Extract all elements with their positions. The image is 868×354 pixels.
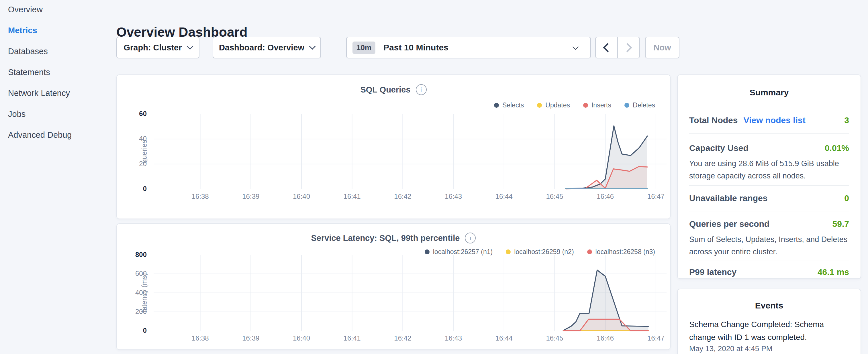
y-axis-tick: 800	[119, 251, 147, 259]
p99-latency-label: P99 latency	[689, 267, 737, 277]
divider	[689, 133, 849, 134]
chart-title-row: Service Latency: SQL, 99th percentile	[117, 232, 670, 244]
dashboard-label: Dashboard: Overview	[219, 43, 304, 53]
sidebar-item-statements[interactable]: Statements	[8, 66, 105, 78]
chart-legend: SelectsUpdatesInsertsDeletes	[494, 101, 655, 109]
y-axis-tick: 200	[119, 308, 147, 316]
chart-title-row: SQL Queries	[117, 84, 670, 95]
chevron-down-icon	[187, 43, 193, 50]
x-axis-tick: 16:43	[436, 334, 470, 342]
graph-scope-dropdown[interactable]: Graph: Cluster	[116, 37, 199, 58]
y-axis-tick: 20	[119, 160, 147, 168]
x-axis-tick: 16:43	[436, 192, 470, 200]
info-icon[interactable]	[465, 232, 476, 244]
events-title: Events	[678, 301, 861, 311]
x-axis-tick: 16:46	[588, 334, 622, 342]
x-axis-tick: 16:45	[537, 192, 572, 200]
chart-plot-area[interactable]	[154, 255, 666, 331]
dashboard-dropdown[interactable]: Dashboard: Overview	[213, 37, 321, 58]
time-range-label: Past 10 Minutes	[383, 43, 448, 53]
x-axis-tick: 16:41	[335, 334, 369, 342]
chart-title: Service Latency: SQL, 99th percentile	[311, 233, 460, 243]
chart-plot-area[interactable]	[154, 114, 666, 189]
chart-canvas	[154, 114, 666, 189]
divider	[689, 211, 849, 212]
p99-latency-value: 46.1 ms	[817, 267, 849, 277]
legend-item[interactable]: localhost:26259 (n2)	[506, 248, 574, 256]
legend-item[interactable]: Deletes	[624, 101, 655, 109]
legend-swatch-icon	[587, 250, 592, 254]
legend-item[interactable]: Updates	[537, 101, 570, 109]
chevron-down-icon	[309, 43, 316, 50]
x-axis-tick: 16:38	[183, 192, 217, 200]
legend-label: localhost:26257 (n1)	[433, 248, 493, 256]
y-axis-tick: 40	[119, 135, 147, 142]
legend-item[interactable]: Inserts	[583, 101, 611, 109]
info-icon[interactable]	[416, 84, 427, 95]
x-axis-tick: 16:45	[537, 334, 572, 342]
summary-row-unavailable-ranges: Unavailable ranges 0	[689, 192, 849, 204]
chart-canvas	[154, 255, 666, 331]
legend-item[interactable]: Selects	[494, 101, 524, 109]
qps-label: Queries per second	[689, 219, 769, 229]
summary-panel: Summary Total Nodes View nodes list 3 Ca…	[677, 74, 861, 279]
y-axis-tick: 600	[119, 269, 147, 278]
divider	[689, 185, 849, 186]
total-nodes-value: 3	[844, 116, 849, 125]
graph-scope-label: Graph: Cluster	[124, 43, 182, 53]
toolbar-divider	[335, 37, 335, 58]
legend-swatch-icon	[583, 103, 588, 108]
chevron-right-icon	[623, 43, 632, 53]
x-axis-tick: 16:38	[183, 334, 217, 342]
x-axis-tick: 16:40	[284, 192, 319, 200]
total-nodes-label: Total Nodes	[689, 116, 738, 125]
time-forward-button[interactable]	[617, 37, 639, 58]
summary-title: Summary	[678, 88, 861, 97]
x-axis-tick: 16:47	[639, 192, 673, 200]
y-axis-tick: 0	[119, 185, 147, 193]
time-range-dropdown[interactable]: 10m Past 10 Minutes	[346, 37, 591, 58]
x-axis-tick: 16:44	[487, 192, 521, 200]
legend-label: localhost:26258 (n3)	[595, 248, 655, 256]
sidebar-item-databases[interactable]: Databases	[8, 45, 105, 57]
app-root: Overview Metrics Databases Statements Ne…	[0, 0, 868, 354]
time-range-badge: 10m	[352, 41, 375, 54]
divider	[689, 261, 849, 261]
time-back-button[interactable]	[596, 37, 617, 58]
legend-swatch-icon	[494, 103, 499, 108]
chart-title: SQL Queries	[360, 85, 410, 95]
unavailable-ranges-value: 0	[844, 193, 849, 203]
sidebar-item-advanced-debug[interactable]: Advanced Debug	[8, 129, 105, 141]
view-nodes-list-link[interactable]: View nodes list	[743, 116, 805, 125]
capacity-value: 0.01%	[825, 143, 849, 153]
legend-label: localhost:26259 (n2)	[514, 248, 574, 256]
sidebar-item-overview[interactable]: Overview	[8, 4, 105, 15]
events-panel: Events Schema Change Completed: Schema c…	[677, 289, 861, 354]
summary-row-capacity: Capacity Used 0.01%	[689, 142, 849, 154]
unavailable-ranges-label: Unavailable ranges	[689, 193, 767, 203]
service-latency-chart-card: Service Latency: SQL, 99th percentile lo…	[116, 223, 671, 350]
sidebar-item-metrics[interactable]: Metrics	[8, 25, 105, 36]
legend-swatch-icon	[425, 250, 430, 254]
time-step-buttons	[595, 37, 640, 58]
summary-row-qps: Queries per second 59.7	[689, 218, 849, 230]
sidebar-item-network-latency[interactable]: Network Latency	[8, 87, 105, 99]
y-axis-tick: 400	[119, 289, 147, 297]
now-button[interactable]: Now	[645, 37, 679, 58]
legend-label: Inserts	[591, 101, 611, 109]
x-axis-tick: 16:42	[385, 192, 420, 200]
event-item-text[interactable]: Schema Change Completed: Schema change w…	[689, 318, 849, 344]
qps-description: Sum of Selects, Updates, Inserts, and De…	[689, 233, 849, 258]
x-axis-tick: 16:41	[335, 192, 369, 200]
capacity-description: You are using 28.6 MiB of 515.9 GiB usab…	[689, 158, 849, 182]
event-item-timestamp: May 13, 2020 at 4:45 PM	[689, 344, 849, 353]
legend-item[interactable]: localhost:26257 (n1)	[425, 248, 493, 256]
x-axis-tick: 16:46	[588, 192, 622, 200]
sidebar-item-jobs[interactable]: Jobs	[8, 108, 105, 120]
legend-label: Deletes	[633, 101, 655, 109]
capacity-label: Capacity Used	[689, 143, 748, 153]
legend-item[interactable]: localhost:26258 (n3)	[587, 248, 655, 256]
legend-swatch-icon	[624, 103, 629, 108]
x-axis-tick: 16:44	[487, 334, 521, 342]
chevron-left-icon	[603, 43, 612, 53]
